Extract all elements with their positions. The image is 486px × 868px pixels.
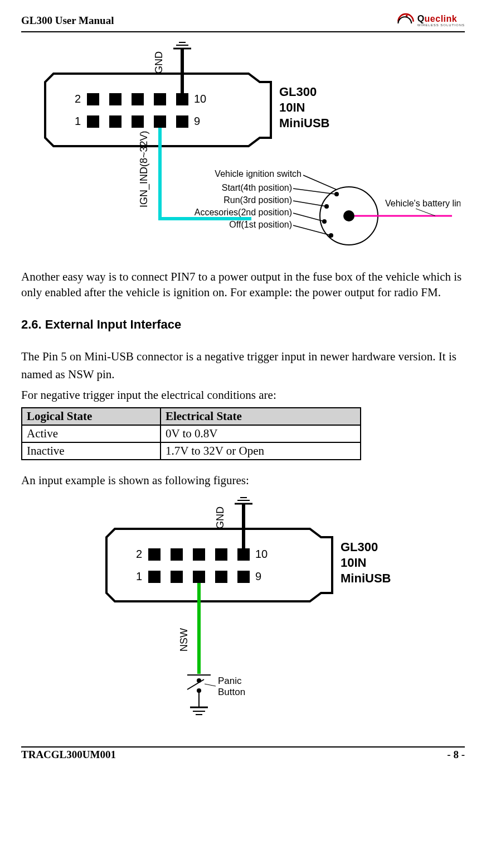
device-label-1: GL300	[341, 540, 378, 554]
pos3-label: Run(3rd position)	[223, 195, 292, 205]
svg-line-25	[293, 225, 331, 235]
device-label-3: MiniUSB	[341, 571, 391, 585]
svg-rect-29	[171, 548, 183, 561]
svg-line-23	[293, 201, 327, 206]
pin-1-label: 1	[136, 570, 142, 582]
brand-tagline: WIRELESS SOLUTIONS	[417, 23, 465, 27]
panic-label-2: Button	[218, 687, 245, 697]
pos1-label: Off(1st position)	[229, 220, 292, 229]
svg-rect-6	[87, 115, 99, 128]
svg-rect-5	[176, 93, 188, 105]
svg-rect-32	[237, 548, 250, 561]
td-active-range: 0V to 0.8V	[161, 425, 361, 442]
svg-rect-1	[87, 93, 99, 105]
svg-line-21	[303, 175, 337, 190]
gnd-label: GND	[153, 51, 164, 74]
table-header-row: Logical State Electrical State	[22, 408, 361, 425]
pin-1-label: 1	[75, 115, 81, 127]
ign-label: IGN_IND(8~32V)	[138, 131, 150, 208]
svg-line-22	[293, 189, 336, 194]
table-row: Inactive 1.7V to 32V or Open	[22, 442, 361, 460]
brand-name: Queclink	[417, 15, 465, 23]
svg-rect-8	[132, 115, 144, 128]
document-title: GL300 User Manual	[21, 15, 114, 27]
gnd-label: GND	[215, 507, 226, 529]
pos2-label: Accesories(2nd position)	[195, 208, 292, 217]
battery-label: Vehicle's battery line	[385, 199, 460, 208]
logo-arc-icon	[396, 11, 415, 30]
svg-rect-7	[109, 115, 122, 128]
document-id: TRACGL300UM001	[21, 749, 116, 761]
pin-2-label: 2	[136, 548, 142, 560]
panic-label-1: Panic	[218, 676, 242, 686]
td-inactive: Inactive	[22, 442, 161, 460]
svg-rect-31	[215, 548, 227, 561]
pin-10-label: 10	[194, 93, 206, 105]
device-label-3: MiniUSB	[279, 116, 329, 130]
svg-rect-34	[171, 571, 183, 583]
conditions-table: Logical State Electrical State Active 0V…	[21, 407, 361, 460]
svg-rect-4	[154, 93, 166, 105]
svg-rect-2	[109, 93, 122, 105]
paragraph-nsw-intro: The Pin 5 on Mini-USB connector is a neg…	[21, 348, 465, 384]
pin-2-label: 2	[75, 93, 81, 105]
section-heading: 2.6. External Input Interface	[21, 317, 465, 332]
th-logical-state: Logical State	[22, 408, 161, 425]
th-electrical-state: Electrical State	[161, 408, 361, 425]
pin-10-label: 10	[255, 548, 268, 560]
pin-9-label: 9	[255, 570, 261, 582]
svg-rect-9	[154, 115, 166, 128]
device-label-2: 10IN	[279, 100, 305, 114]
td-inactive-range: 1.7V to 32V or Open	[161, 442, 361, 460]
svg-line-51	[205, 684, 216, 686]
svg-rect-30	[193, 548, 205, 561]
page-footer: TRACGL300UM001 - 8 -	[21, 746, 465, 761]
figure-ignition-wiring: 2 1 10 9 GND IGN_IND(8~32V) GL300 10IN M…	[21, 40, 465, 252]
svg-line-27	[416, 209, 435, 216]
nsw-label: NSW	[178, 628, 189, 652]
pin-9-label: 9	[194, 115, 200, 127]
svg-line-45	[187, 679, 204, 689]
svg-rect-35	[193, 571, 205, 583]
svg-rect-28	[148, 548, 161, 561]
paragraph-conditions-lead: For negative trigger input the electrica…	[21, 386, 465, 404]
page-header: GL300 User Manual Queclink WIRELESS SOLU…	[21, 11, 465, 32]
paragraph-example-lead: An input example is shown as following f…	[21, 471, 465, 490]
figure-nsw-wiring: 2 1 10 9 GND NSW Panic Button	[21, 495, 465, 730]
svg-rect-37	[237, 571, 250, 583]
page-number: - 8 -	[447, 749, 465, 761]
paragraph-pin7: Another easy way is to connect PIN7 to a…	[21, 269, 465, 301]
svg-point-47	[197, 688, 201, 693]
table-row: Active 0V to 0.8V	[22, 425, 361, 442]
pos4-label: Start(4th position)	[222, 183, 292, 192]
svg-rect-3	[132, 93, 144, 105]
page: GL300 User Manual Queclink WIRELESS SOLU…	[0, 0, 486, 868]
td-active: Active	[22, 425, 161, 442]
brand-logo: Queclink WIRELESS SOLUTIONS	[396, 11, 465, 30]
device-label-2: 10IN	[341, 556, 366, 570]
switch-title: Vehicle ignition switch	[215, 169, 302, 179]
svg-rect-36	[215, 571, 227, 583]
svg-rect-33	[148, 571, 161, 583]
device-label-1: GL300	[279, 85, 317, 99]
svg-rect-10	[176, 115, 188, 128]
svg-point-16	[343, 210, 354, 221]
